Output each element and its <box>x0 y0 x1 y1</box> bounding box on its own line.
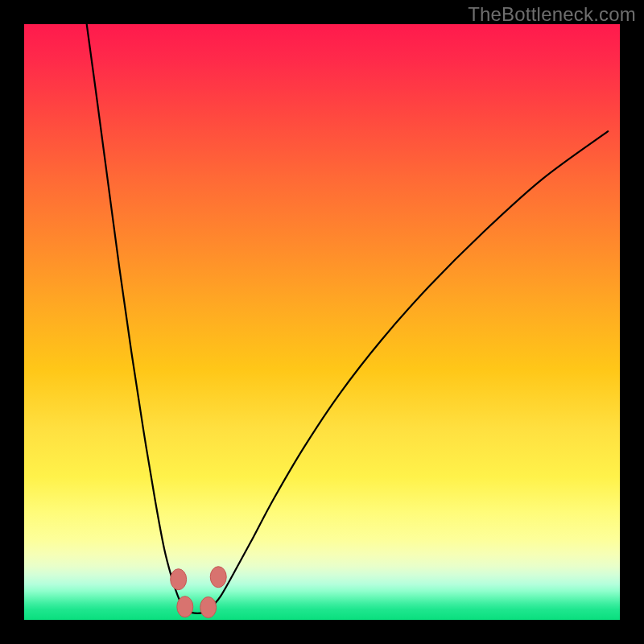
outer-frame: TheBottleneck.com <box>0 0 644 644</box>
plot-area <box>24 24 620 620</box>
curve-marker <box>171 569 187 590</box>
curve-marker <box>177 597 193 617</box>
curve-marker <box>210 567 226 588</box>
watermark-label: TheBottleneck.com <box>468 3 636 26</box>
curve-svg <box>24 24 620 620</box>
curve-marker <box>200 597 217 617</box>
curve-markers <box>171 567 227 618</box>
bottleneck-curve <box>87 24 609 613</box>
